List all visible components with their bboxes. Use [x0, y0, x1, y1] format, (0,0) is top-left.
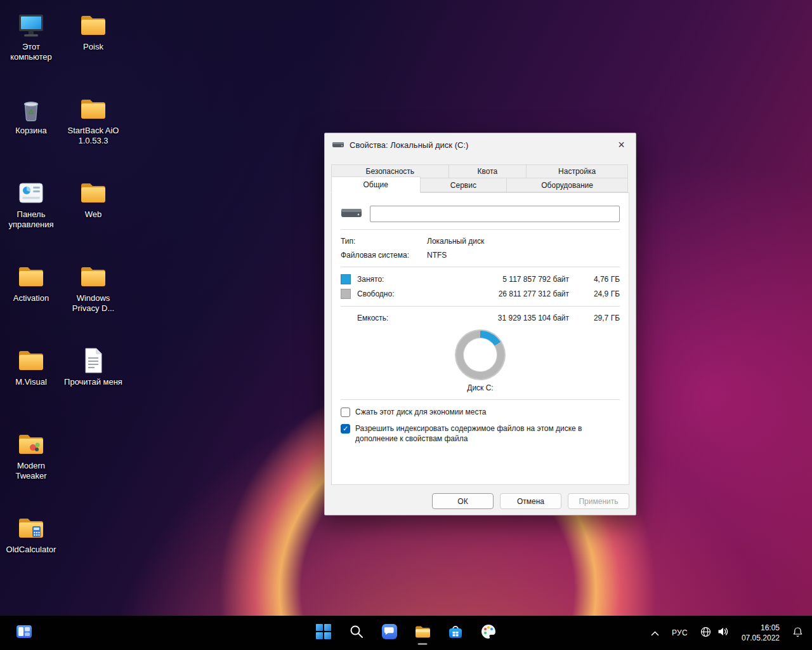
desktop-icon-this-pc[interactable]: Этот компьютер: [1, 4, 61, 88]
folder-icon: [16, 260, 46, 293]
desktop-icon-windows-privacy[interactable]: Windows Privacy D...: [63, 255, 123, 339]
windows-logo-icon: [316, 624, 331, 642]
folder-icon: [78, 9, 108, 42]
folder-icon: [78, 260, 108, 293]
desktop-icon-modern-tweaker[interactable]: Modern Tweaker: [1, 423, 61, 507]
index-option-row: ✓ Разрешить индексировать содержимое фай…: [341, 423, 620, 444]
desktop-icon-web[interactable]: Web: [63, 171, 123, 255]
desktop-icon-label: Poisk: [83, 42, 103, 52]
active-app-indicator: [418, 643, 428, 645]
volume-icon: [717, 627, 729, 639]
type-label: Тип:: [341, 237, 427, 246]
capacity-label: Емкость:: [357, 314, 473, 322]
desktop-icon-column-2: Poisk StartBack AiO 1.0.53.3 Web Windows…: [63, 4, 123, 590]
tweaker-folder-icon: [16, 428, 46, 461]
desktop-icon-grid: Этот компьютер Корзина Панель управления…: [1, 4, 123, 590]
desktop-icon-poisk[interactable]: Poisk: [63, 4, 123, 88]
start-button[interactable]: [310, 620, 337, 646]
tab-tools[interactable]: Сервис: [420, 178, 508, 192]
store-icon: [447, 623, 464, 642]
desktop-icon-readme[interactable]: Прочитай меня: [63, 339, 123, 423]
recycle-bin-icon: [16, 93, 46, 126]
folder-icon: [78, 93, 108, 126]
chat-icon: [381, 623, 398, 642]
desktop-icon-activation[interactable]: Activation: [1, 255, 61, 339]
compress-checkbox-label: Сжать этот диск для экономии места: [355, 407, 486, 417]
ok-button[interactable]: ОК: [432, 493, 494, 509]
document-icon: [78, 344, 108, 377]
general-tab-panel: Тип: Локальный диск Файловая система: NT…: [331, 192, 629, 485]
capacity-row: Емкость: 31 929 135 104 байт 29,7 ГБ: [341, 314, 620, 322]
desktop-icon-oldcalculator[interactable]: OldCalculator: [1, 507, 61, 590]
tab-customize[interactable]: Настройка: [526, 164, 628, 178]
properties-dialog: Свойства: Локальный диск (C:) × Безопасн…: [324, 133, 636, 515]
type-value: Локальный диск: [427, 237, 620, 246]
desktop-icon-label: Прочитай меня: [64, 377, 122, 387]
free-space-row: Свободно: 26 811 277 312 байт 24,9 ГБ: [341, 289, 620, 299]
used-space-size: 4,76 ГБ: [569, 275, 620, 284]
desktop-icon-control-panel[interactable]: Панель управления: [1, 171, 61, 255]
notification-center-button[interactable]: [787, 620, 808, 646]
language-indicator[interactable]: РУС: [667, 620, 693, 646]
separator: [341, 306, 620, 307]
compress-option-row: ✓ Сжать этот диск для экономии места: [341, 407, 620, 417]
network-volume-button[interactable]: [695, 620, 734, 646]
chat-button[interactable]: [376, 620, 403, 646]
dialog-titlebar[interactable]: Свойства: Локальный диск (C:) ×: [325, 133, 636, 156]
desktop-icon-label: Modern Tweaker: [2, 461, 60, 482]
separator: [341, 267, 620, 267]
index-checkbox[interactable]: ✓: [341, 424, 350, 434]
apply-button[interactable]: Применить: [568, 493, 629, 509]
desktop[interactable]: { "desktop": { "columns": [ { "items": […: [0, 0, 812, 650]
bell-icon: [792, 627, 803, 640]
desktop-icon-label: Этот компьютер: [2, 42, 60, 63]
chevron-up-icon: [651, 627, 659, 639]
used-space-label: Занято:: [357, 275, 473, 284]
free-space-size: 24,9 ГБ: [569, 289, 620, 298]
desktop-icon-startback[interactable]: StartBack AiO 1.0.53.3: [63, 88, 123, 171]
file-explorer-button[interactable]: [409, 620, 436, 646]
disk-usage-donut: [455, 330, 505, 380]
tab-general[interactable]: Общие: [331, 176, 421, 193]
desktop-icon-label: Web: [85, 209, 102, 220]
cancel-button[interactable]: Отмена: [500, 493, 561, 509]
calculator-folder-icon: [16, 512, 46, 545]
desktop-icon-label: Activation: [13, 293, 49, 303]
drive-icon: [332, 140, 344, 150]
capacity-bytes: 31 929 135 104 байт: [473, 314, 569, 322]
compress-checkbox[interactable]: ✓: [341, 408, 350, 417]
tray-overflow-button[interactable]: [646, 620, 664, 646]
desktop-icon-mvisual[interactable]: M.Visual: [1, 339, 61, 423]
taskbar: РУС 16:05 07.05.2022: [0, 616, 812, 650]
network-globe-icon: [700, 627, 711, 640]
separator: [341, 399, 620, 400]
search-button[interactable]: [343, 620, 370, 646]
desktop-icon-label: Корзина: [15, 126, 47, 136]
store-button[interactable]: [442, 620, 469, 646]
desktop-icon-label: M.Visual: [15, 377, 47, 387]
clock[interactable]: 16:05 07.05.2022: [737, 620, 785, 646]
desktop-icon-label: Windows Privacy D...: [64, 293, 122, 314]
desktop-icon-label: OldCalculator: [6, 545, 56, 555]
widgets-button[interactable]: [10, 620, 38, 646]
filesystem-value: NTFS: [427, 251, 620, 260]
desktop-icon-label: StartBack AiO 1.0.53.3: [64, 126, 122, 147]
tab-strip: Безопасность Квота Настройка Общие Серви…: [331, 164, 629, 192]
paint-button[interactable]: [475, 620, 502, 646]
desktop-icon-label: Панель управления: [2, 209, 60, 230]
desktop-icon-recycle-bin[interactable]: Корзина: [1, 88, 61, 171]
free-space-swatch: [341, 289, 351, 299]
dialog-title: Свойства: Локальный диск (C:): [350, 140, 468, 150]
free-space-label: Свободно:: [357, 289, 473, 298]
filesystem-label: Файловая система:: [341, 251, 427, 260]
used-space-row: Занято: 5 117 857 792 байт 4,76 ГБ: [341, 274, 620, 284]
drive-icon-large: [341, 206, 362, 222]
close-icon[interactable]: ×: [607, 134, 636, 156]
volume-label-input[interactable]: [370, 206, 620, 222]
dialog-buttons: ОК Отмена Применить: [325, 485, 636, 509]
widgets-icon: [16, 623, 32, 642]
donut-hole: [464, 338, 497, 371]
tab-hardware[interactable]: Оборудование: [506, 178, 628, 192]
folder-icon: [78, 176, 108, 209]
tab-quota[interactable]: Квота: [449, 164, 527, 178]
